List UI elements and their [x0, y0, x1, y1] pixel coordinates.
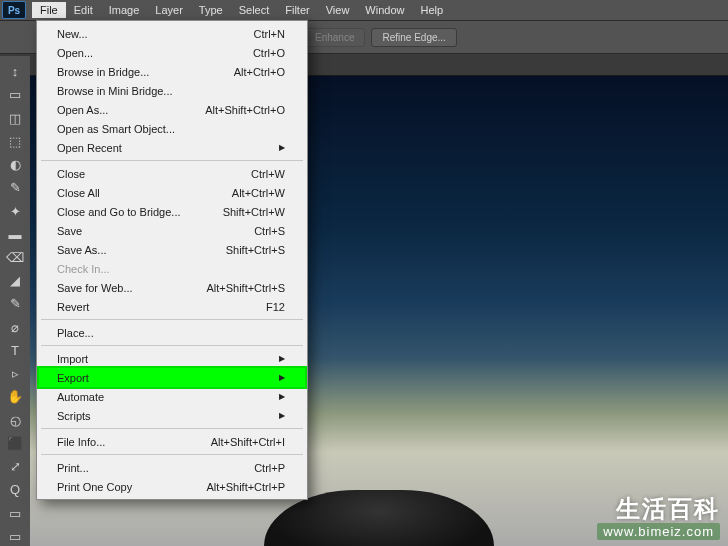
menu-item-open-as-smart-object[interactable]: Open as Smart Object... [39, 119, 305, 138]
menu-item-browse-in-bridge[interactable]: Browse in Bridge...Alt+Ctrl+O [39, 62, 305, 81]
menu-item-browse-in-mini-bridge[interactable]: Browse in Mini Bridge... [39, 81, 305, 100]
menu-item-file-info[interactable]: File Info...Alt+Shift+Ctrl+I [39, 432, 305, 451]
menu-file[interactable]: File [32, 2, 66, 18]
menu-item-label: Scripts [57, 410, 91, 422]
menu-type[interactable]: Type [191, 2, 231, 18]
watermark: 生活百科 www.bimeiz.com [597, 493, 720, 540]
submenu-arrow-icon: ▶ [279, 392, 285, 401]
menu-item-label: Check In... [57, 263, 110, 275]
menu-separator [41, 319, 303, 320]
menu-item-open-recent[interactable]: Open Recent▶ [39, 138, 305, 157]
tool-2[interactable]: ◫ [4, 108, 26, 127]
watermark-url: www.bimeiz.com [597, 523, 720, 540]
tool-9[interactable]: ◢ [4, 271, 26, 290]
menu-window[interactable]: Window [357, 2, 412, 18]
menu-item-shortcut: Alt+Shift+Ctrl+P [206, 481, 285, 493]
menu-item-open[interactable]: Open...Ctrl+O [39, 43, 305, 62]
menu-item-print[interactable]: Print...Ctrl+P [39, 458, 305, 477]
menu-item-label: File Info... [57, 436, 105, 448]
tool-19[interactable]: ▭ [4, 503, 26, 522]
menu-item-export[interactable]: Export▶ [39, 368, 305, 387]
menu-item-label: Place... [57, 327, 94, 339]
tool-13[interactable]: ▹ [4, 364, 26, 383]
refine-edge-button[interactable]: Refine Edge... [371, 28, 456, 47]
tool-14[interactable]: ✋ [4, 387, 26, 406]
enhance-button[interactable]: Enhance [304, 28, 365, 47]
menu-item-place[interactable]: Place... [39, 323, 305, 342]
menu-item-open-as[interactable]: Open As...Alt+Shift+Ctrl+O [39, 100, 305, 119]
menu-help[interactable]: Help [412, 2, 451, 18]
menu-item-shortcut: Ctrl+O [253, 47, 285, 59]
app-logo: Ps [2, 1, 26, 19]
menu-item-shortcut: Alt+Shift+Ctrl+I [211, 436, 285, 448]
menu-item-label: Revert [57, 301, 89, 313]
menu-item-shortcut: Ctrl+S [254, 225, 285, 237]
menu-item-close-all[interactable]: Close AllAlt+Ctrl+W [39, 183, 305, 202]
tool-8[interactable]: ⌫ [4, 248, 26, 267]
menu-item-shortcut: Alt+Shift+Ctrl+S [206, 282, 285, 294]
menu-item-label: Browse in Bridge... [57, 66, 149, 78]
menu-item-shortcut: F12 [266, 301, 285, 313]
menu-item-automate[interactable]: Automate▶ [39, 387, 305, 406]
menu-item-save[interactable]: SaveCtrl+S [39, 221, 305, 240]
menu-item-close-and-go-to-bridge[interactable]: Close and Go to Bridge...Shift+Ctrl+W [39, 202, 305, 221]
menu-item-revert[interactable]: RevertF12 [39, 297, 305, 316]
tools-panel: ↕▭◫⬚◐✎✦▬⌫◢✎⌀T▹✋◵⬛⤢Q▭▭ [0, 56, 30, 546]
menu-item-shortcut: Alt+Ctrl+O [234, 66, 285, 78]
menu-item-label: Save As... [57, 244, 107, 256]
submenu-arrow-icon: ▶ [279, 411, 285, 420]
file-menu-dropdown: New...Ctrl+NOpen...Ctrl+OBrowse in Bridg… [36, 20, 308, 500]
menu-item-label: Automate [57, 391, 104, 403]
menu-item-label: Browse in Mini Bridge... [57, 85, 173, 97]
menu-filter[interactable]: Filter [277, 2, 317, 18]
menu-layer[interactable]: Layer [147, 2, 191, 18]
watermark-title: 生活百科 [597, 493, 720, 525]
menu-item-label: Save for Web... [57, 282, 133, 294]
tool-10[interactable]: ✎ [4, 294, 26, 313]
menu-select[interactable]: Select [231, 2, 278, 18]
menu-item-label: Import [57, 353, 88, 365]
tool-0[interactable]: ↕ [4, 62, 26, 81]
submenu-arrow-icon: ▶ [279, 354, 285, 363]
tool-5[interactable]: ✎ [4, 178, 26, 197]
menu-item-close[interactable]: CloseCtrl+W [39, 164, 305, 183]
menu-item-shortcut: Ctrl+P [254, 462, 285, 474]
menu-item-label: New... [57, 28, 88, 40]
menu-item-shortcut: Shift+Ctrl+W [223, 206, 285, 218]
menu-item-shortcut: Alt+Ctrl+W [232, 187, 285, 199]
menu-item-label: Export [57, 372, 89, 384]
submenu-arrow-icon: ▶ [279, 373, 285, 382]
menu-image[interactable]: Image [101, 2, 148, 18]
menu-item-save-for-web[interactable]: Save for Web...Alt+Shift+Ctrl+S [39, 278, 305, 297]
menu-item-save-as[interactable]: Save As...Shift+Ctrl+S [39, 240, 305, 259]
menu-item-new[interactable]: New...Ctrl+N [39, 24, 305, 43]
tool-7[interactable]: ▬ [4, 225, 26, 244]
tool-12[interactable]: T [4, 341, 26, 360]
menu-item-label: Close All [57, 187, 100, 199]
menu-item-shortcut: Ctrl+N [254, 28, 285, 40]
menu-item-shortcut: Ctrl+W [251, 168, 285, 180]
menu-separator [41, 428, 303, 429]
tool-3[interactable]: ⬚ [4, 132, 26, 151]
menu-item-label: Close and Go to Bridge... [57, 206, 181, 218]
tool-18[interactable]: Q [4, 480, 26, 499]
menu-item-label: Print... [57, 462, 89, 474]
tool-20[interactable]: ▭ [4, 527, 26, 546]
tool-6[interactable]: ✦ [4, 201, 26, 220]
menu-view[interactable]: View [318, 2, 358, 18]
tool-11[interactable]: ⌀ [4, 318, 26, 337]
tool-15[interactable]: ◵ [4, 411, 26, 430]
tool-1[interactable]: ▭ [4, 85, 26, 104]
menu-item-shortcut: Shift+Ctrl+S [226, 244, 285, 256]
menu-edit[interactable]: Edit [66, 2, 101, 18]
menu-item-label: Print One Copy [57, 481, 132, 493]
menu-item-import[interactable]: Import▶ [39, 349, 305, 368]
tool-17[interactable]: ⤢ [4, 457, 26, 476]
menu-item-scripts[interactable]: Scripts▶ [39, 406, 305, 425]
menu-item-label: Open Recent [57, 142, 122, 154]
menu-item-print-one-copy[interactable]: Print One CopyAlt+Shift+Ctrl+P [39, 477, 305, 496]
tool-16[interactable]: ⬛ [4, 434, 26, 453]
tool-4[interactable]: ◐ [4, 155, 26, 174]
menu-item-label: Close [57, 168, 85, 180]
menu-separator [41, 160, 303, 161]
